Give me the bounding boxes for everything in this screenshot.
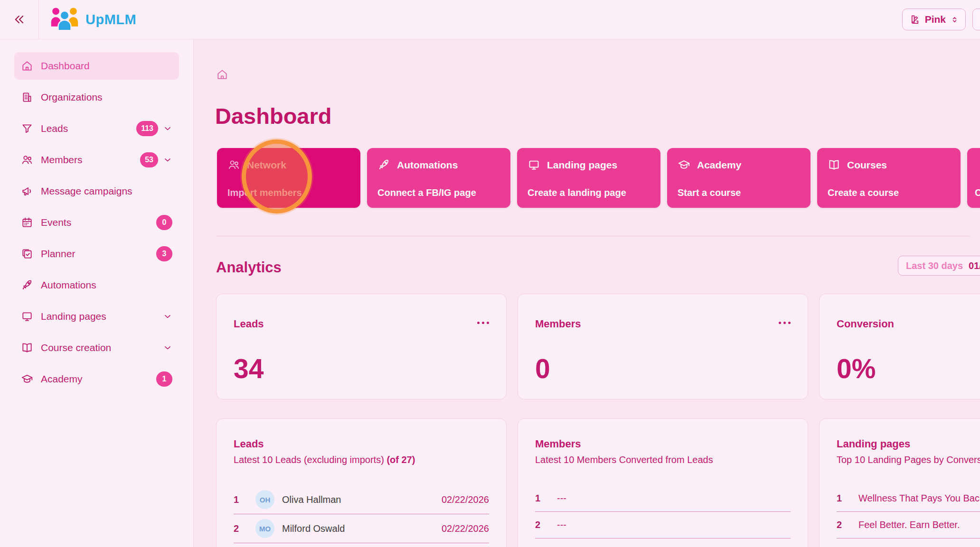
chevron-down-icon[interactable]: [163, 343, 172, 352]
theme-select[interactable]: Pink: [902, 9, 966, 30]
quick-action-automations[interactable]: Automations Connect a FB/IG page: [367, 148, 510, 208]
chevron-down-icon[interactable]: [163, 155, 172, 165]
date-range-value: 01/2: [969, 260, 980, 271]
list-subtitle: Latest 10 Members Converted from Leads: [535, 454, 791, 465]
row-number: 2: [535, 519, 547, 530]
page-title: Dashboard: [215, 103, 332, 129]
ellipsis-menu-icon[interactable]: [779, 322, 791, 324]
sidebar-item-label: Events: [41, 217, 71, 228]
landing-page-row[interactable]: 2 Feel Better. Earn Better.: [837, 512, 980, 538]
quick-action-title: Automations: [397, 159, 458, 171]
stat-value: 0%: [837, 353, 980, 384]
list-title: Leads: [234, 438, 489, 450]
quick-action-subtitle: Create a landing page: [528, 187, 650, 198]
quick-action-courses[interactable]: Courses Create a course: [817, 148, 961, 208]
date-range-select[interactable]: Last 30 days 01/2: [898, 256, 980, 276]
quick-action-academy[interactable]: Academy Start a course: [667, 148, 810, 208]
quick-action-subtitle: Import members: [227, 187, 350, 198]
top-bar: UpMLM Pink: [0, 0, 980, 39]
sidebar-item-members[interactable]: Members 53: [14, 146, 179, 174]
row-number: 1: [535, 493, 547, 504]
member-name: ---: [557, 493, 566, 504]
app-name: UpMLM: [85, 12, 136, 28]
sidebar-item-events[interactable]: Events 0: [14, 209, 179, 236]
quick-action-title: Courses: [847, 159, 887, 171]
sidebar-item-dashboard[interactable]: Dashboard: [14, 52, 179, 80]
calendar-icon: [21, 216, 33, 229]
sidebar-item-course-creation[interactable]: Course creation: [14, 334, 179, 362]
stats-row: Leads 34 Members 0 Conversion 0%: [216, 294, 980, 399]
ellipsis-menu-icon[interactable]: [477, 322, 489, 324]
breadcrumb-home-icon[interactable]: [216, 68, 228, 81]
monitor-icon: [21, 310, 33, 323]
sidebar-item-label: Course creation: [41, 342, 111, 353]
sidebar-item-academy[interactable]: Academy 1: [14, 365, 179, 393]
monitor-icon: [528, 158, 540, 171]
sidebar-item-label: Planner: [41, 248, 75, 260]
stat-card-conversion: Conversion 0%: [819, 294, 980, 399]
double-chevron-left-icon: [13, 13, 26, 26]
row-number: 2: [234, 523, 246, 534]
quick-action-title: Network: [247, 159, 286, 171]
sidebar-item-organizations[interactable]: Organizations: [14, 83, 179, 111]
events-count-badge: 0: [156, 215, 172, 230]
chevron-down-icon[interactable]: [163, 312, 172, 321]
quick-action-clipped[interactable]: C: [967, 148, 980, 208]
sidebar-item-label: Organizations: [41, 92, 103, 103]
users-icon: [21, 154, 33, 166]
sidebar-item-label: Members: [41, 154, 83, 166]
landing-page-name: Wellness That Pays You Back: [858, 493, 980, 504]
sidebar-item-automations[interactable]: Automations: [14, 271, 179, 299]
quick-action-subtitle: Create a course: [828, 187, 950, 198]
analytics-heading: Analytics: [216, 259, 282, 276]
list-title: Members: [535, 438, 791, 450]
building-icon: [21, 91, 33, 103]
quick-action-title: Landing pages: [547, 159, 617, 171]
stat-card-leads: Leads 34: [216, 294, 507, 399]
member-row[interactable]: 2 ---: [535, 512, 791, 538]
landing-page-row[interactable]: 1 Wellness That Pays You Back: [837, 485, 980, 512]
lead-row[interactable]: 2 MO Milford Oswald 02/22/2026: [234, 514, 489, 543]
quick-action-subtitle: C: [975, 187, 980, 198]
clipped-toolbar-button[interactable]: [972, 9, 980, 30]
sidebar-item-label: Landing pages: [41, 311, 106, 322]
lead-date: 02/22/2026: [442, 494, 489, 505]
sidebar-item-label: Dashboard: [41, 60, 90, 72]
member-row[interactable]: 1 ---: [535, 485, 791, 512]
stat-title: Members: [535, 318, 791, 330]
academy-count-badge: 1: [156, 371, 172, 387]
row-number: 1: [837, 493, 849, 504]
member-name: ---: [557, 519, 566, 530]
quick-action-subtitle: Connect a FB/IG page: [377, 187, 500, 198]
quick-action-subtitle: Start a course: [678, 187, 800, 198]
stat-title: Leads: [234, 318, 489, 330]
section-divider: [216, 236, 970, 236]
sidebar-item-label: Academy: [41, 373, 83, 385]
sidebar-item-landing-pages[interactable]: Landing pages: [14, 303, 179, 330]
list-title: Landing pages: [837, 438, 980, 450]
sidebar-collapse-button[interactable]: [0, 0, 39, 39]
stat-title: Conversion: [837, 318, 980, 330]
megaphone-icon: [21, 185, 33, 197]
sidebar-item-label: Leads: [41, 123, 68, 134]
select-updown-icon: [951, 16, 959, 24]
leads-list-card: Leads Latest 10 Leads (excluding imports…: [216, 418, 507, 547]
quick-action-network[interactable]: Network Import members: [217, 148, 360, 208]
avatar: OH: [255, 490, 274, 509]
graduation-cap-icon: [21, 373, 33, 385]
app-logo[interactable]: UpMLM: [49, 0, 136, 39]
list-subtitle: Latest 10 Leads (excluding imports) (of …: [234, 454, 489, 465]
sidebar-item-planner[interactable]: Planner 3: [14, 240, 179, 268]
quick-action-title: Academy: [697, 159, 741, 171]
chevron-down-icon[interactable]: [163, 124, 172, 133]
lead-row[interactable]: 1 OH Oliva Hallman 02/22/2026: [234, 485, 489, 514]
date-range-label: Last 30 days: [906, 260, 963, 271]
home-icon: [21, 60, 33, 72]
book-open-icon: [21, 342, 33, 354]
sidebar-item-message-campaigns[interactable]: Message campaigns: [14, 177, 179, 205]
quick-action-landing-pages[interactable]: Landing pages Create a landing page: [517, 148, 660, 208]
rocket-icon: [377, 158, 390, 171]
theme-select-value: Pink: [925, 14, 946, 25]
sidebar-item-leads[interactable]: Leads 113: [14, 115, 179, 142]
quick-actions-row: Network Import members Automations Conne…: [217, 148, 980, 208]
